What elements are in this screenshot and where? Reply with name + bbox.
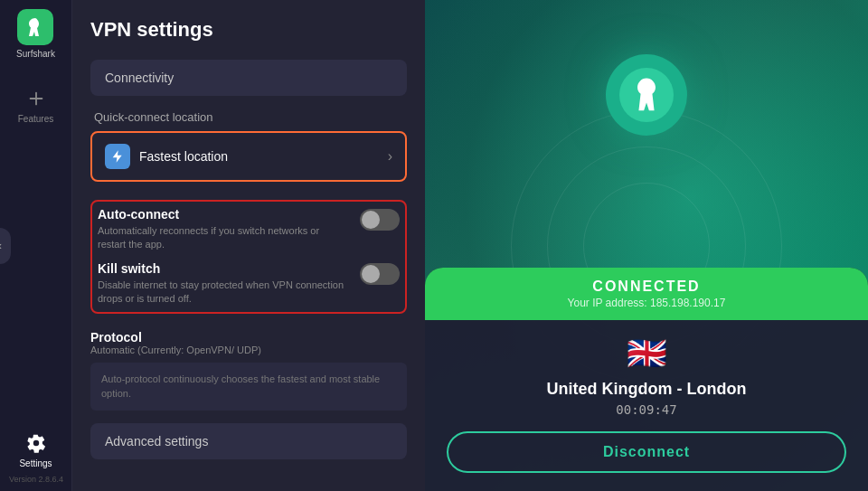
connected-card: CONNECTED Your IP address: 185.198.190.1… (425, 268, 868, 491)
protocol-subtitle: Automatic (Currently: OpenVPN/ UDP) (90, 345, 407, 355)
version-text: Version 2.8.6.4 (0, 475, 72, 484)
connectivity-section[interactable]: Connectivity (90, 60, 407, 96)
quick-connect-label: Quick-connect location (90, 110, 407, 124)
protocol-section: Protocol Automatic (Currently: OpenVPN/ … (90, 330, 407, 411)
protocol-description: Auto-protocol continuously chooses the f… (90, 363, 407, 411)
auto-connect-desc: Automatically reconnects if you switch n… (98, 224, 349, 252)
arrow-right-icon: › (388, 148, 392, 165)
advanced-settings-label: Advanced settings (105, 434, 208, 449)
country-name: United Kingdom - London (447, 380, 846, 399)
quick-connect-option[interactable]: Fastest location › (90, 131, 407, 182)
auto-connect-info: Auto-connect Automatically reconnects if… (98, 207, 349, 252)
connected-ip-text: Your IP address: 185.198.190.17 (443, 297, 850, 309)
sidebar-item-features-label: Features (18, 114, 53, 124)
connectivity-label: Connectivity (105, 71, 174, 85)
shark-icon (24, 16, 46, 38)
settings-panel: ‹ VPN settings Connectivity Quick-connec… (72, 0, 425, 491)
sidebar-item-settings[interactable]: Settings (0, 421, 71, 477)
disconnect-label: Disconnect (603, 444, 690, 459)
svg-rect-1 (29, 98, 42, 99)
vpn-logo (606, 54, 687, 136)
session-timer: 00:09:47 (447, 402, 846, 417)
surfshark-logo-icon (17, 9, 53, 45)
ip-label: Your IP address: (568, 297, 647, 309)
sidebar-logo[interactable]: Surfshark (16, 9, 55, 59)
gear-icon (24, 430, 49, 456)
sidebar-item-settings-label: Settings (19, 458, 52, 468)
kill-switch-row: Kill switch Disable internet to stay pro… (98, 261, 400, 307)
right-panel: CONNECTED Your IP address: 185.198.190.1… (425, 0, 868, 491)
kill-switch-toggle[interactable] (360, 263, 400, 285)
kill-switch-info: Kill switch Disable internet to stay pro… (98, 261, 349, 307)
fastest-location-text: Fastest location (139, 149, 388, 164)
toggle-knob (362, 265, 380, 283)
kill-switch-title: Kill switch (98, 261, 349, 276)
disconnect-button[interactable]: Disconnect (447, 431, 846, 473)
connected-banner: CONNECTED Your IP address: 185.198.190.1… (425, 268, 868, 320)
vpn-logo-inner (619, 68, 674, 122)
toggle-knob (362, 211, 380, 229)
kill-switch-desc: Disable internet to stay protected when … (98, 279, 349, 307)
protocol-title: Protocol (90, 330, 407, 345)
sidebar-logo-label: Surfshark (16, 49, 55, 59)
toggles-group: Auto-connect Automatically reconnects if… (90, 200, 407, 314)
card-body: 🇬🇧 United Kingdom - London 00:09:47 Disc… (425, 320, 868, 491)
plus-icon (24, 86, 49, 111)
connected-status-text: CONNECTED (443, 279, 850, 295)
country-flag: 🇬🇧 (447, 335, 846, 373)
auto-connect-title: Auto-connect (98, 207, 349, 222)
sidebar-item-features[interactable]: Features (0, 77, 71, 133)
surfshark-logo-svg (630, 77, 663, 113)
lightning-icon (105, 144, 130, 169)
sidebar: Surfshark Features Settings Version 2.8.… (0, 0, 72, 491)
auto-connect-row: Auto-connect Automatically reconnects if… (98, 207, 400, 252)
advanced-settings-button[interactable]: Advanced settings (90, 423, 407, 459)
ip-address: 185.198.190.17 (650, 297, 725, 309)
settings-title: VPN settings (90, 18, 407, 42)
auto-connect-toggle[interactable] (360, 209, 400, 231)
